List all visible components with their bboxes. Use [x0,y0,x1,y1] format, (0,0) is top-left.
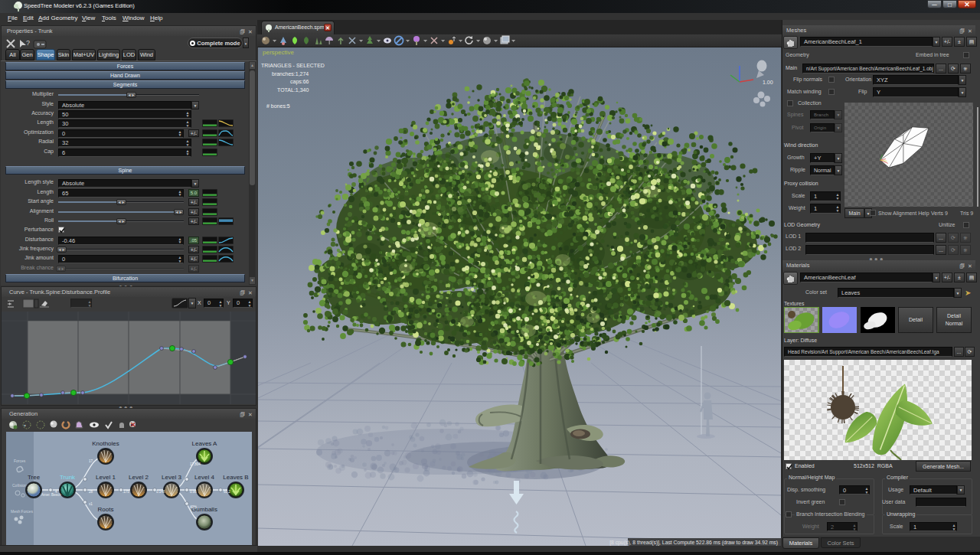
svg-text:Trunk: Trunk [60,474,76,481]
svg-text:Level 1: Level 1 [96,474,116,481]
svg-text:0.148: 0.148 [156,490,165,494]
svg-text:Level 2: Level 2 [129,474,149,481]
svg-text:1.00: 1.00 [763,80,773,85]
svg-text:# bones:5: # bones:5 [266,103,290,109]
svg-text:caps:66: caps:66 [290,79,309,85]
svg-text:Leaves A: Leaves A [192,440,218,447]
svg-text:[8 cpu(s), 8 thread(s)], Last: [8 cpu(s), 8 thread(s)], Last Compute 52… [609,540,778,546]
svg-text:17,804: 17,804 [190,462,201,466]
svg-text:branches:1,274: branches:1,274 [272,71,309,77]
svg-text:Roots: Roots [98,506,114,513]
svg-text:Level 3: Level 3 [162,474,181,481]
svg-text:0.96: 0.96 [190,490,197,494]
svg-text:Tree: Tree [28,474,41,481]
svg-text:Level 4: Level 4 [194,474,214,481]
svg-text:x1: x1 [89,502,93,506]
svg-text:Amer. Beech: Amer. Beech [41,493,61,497]
svg-text:▾: ▾ [24,423,26,428]
svg-text:28: 28 [89,490,93,494]
svg-text:Knotholes: Knotholes [92,440,119,447]
svg-text:TOTAL:1,340: TOTAL:1,340 [277,87,309,93]
svg-text:TRIANGLES - SELECTED: TRIANGLES - SELECTED [261,63,325,68]
svg-text:.175: .175 [122,490,129,494]
svg-text:perspective: perspective [263,49,294,56]
svg-text:40%: 40% [190,505,197,509]
svg-text:?: ? [26,39,30,47]
svg-text:17: 17 [89,459,93,463]
svg-text:Leaves B: Leaves B [223,474,248,481]
svg-text:60,2: 60,2 [224,490,230,494]
